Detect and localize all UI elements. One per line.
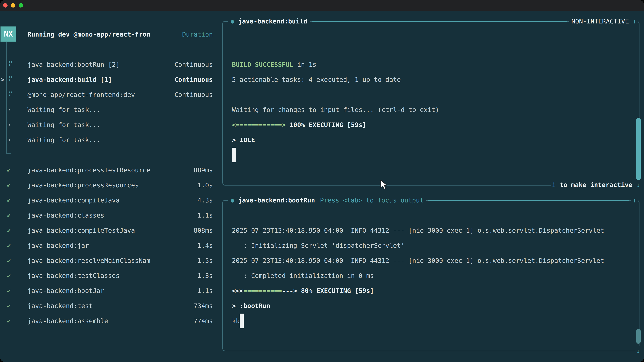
terminal-text: 2025-07-23T13:40:18.950-04:00 INFO 44312… — [232, 257, 604, 264]
terminal-line: Waiting for changes to input files... (c… — [232, 102, 632, 117]
completed-task-row[interactable]: ✔java-backend:compileTestJava808ms — [0, 223, 223, 238]
build-panel-header: ●java-backend:build NON-INTERACTIVE ↑ — [228, 16, 638, 26]
task-duration: 1.1s — [198, 208, 213, 223]
terminal-line: kk — [232, 313, 632, 329]
interactive-hint-key[interactable]: i — [552, 181, 556, 189]
terminal-text: <<< — [232, 287, 244, 295]
task-name: java-backend:compileJava — [28, 193, 120, 208]
task-name: Waiting for task... — [28, 117, 100, 132]
task-duration: 1.5s — [198, 253, 213, 268]
focus-output-hint: Press <tab> to focus output — [320, 197, 424, 204]
scrollbar-thumb[interactable] — [636, 118, 641, 180]
text-cursor — [240, 314, 244, 328]
panel-title-rule — [312, 21, 567, 22]
task-pending-icon — [9, 124, 10, 125]
close-button[interactable] — [3, 3, 8, 7]
terminal-line: : Completed initialization in 0 ms — [232, 268, 632, 283]
task-success-icon: ✔ — [7, 268, 11, 283]
task-success-icon: ✔ — [7, 283, 11, 298]
scrollbar-track[interactable] — [639, 209, 640, 343]
text-cursor — [232, 148, 236, 162]
terminal-line — [232, 147, 632, 163]
completed-task-row[interactable]: ✔java-backend:testClasses1.3s — [0, 268, 223, 283]
task-success-icon: ✔ — [7, 253, 11, 268]
running-task-row[interactable]: java-backend:bootRun [2]Continuous — [0, 57, 223, 72]
terminal-text: ---> 80% EXECUTING [59s] — [282, 287, 374, 295]
terminal-text: ========== — [244, 287, 282, 295]
task-name: java-backend:processTestResource — [28, 163, 150, 178]
panel-title-rule — [428, 200, 629, 201]
terminal-window: NX Running dev @mono-app/react-fron Dura… — [0, 0, 644, 362]
terminal-line: 2025-07-23T13:40:18.950-04:00 INFO 44312… — [232, 223, 632, 238]
pagination: ← 1/2 → — [8, 359, 34, 362]
build-terminal-output: BUILD SUCCESSFUL in 1s5 actionable tasks… — [232, 57, 632, 163]
task-success-icon: ✔ — [7, 223, 11, 238]
task-success-icon: ✔ — [7, 163, 11, 178]
task-bullet-icon: ● — [231, 18, 234, 25]
terminal-text: 100% EXECUTING [59s] — [286, 121, 366, 129]
sidebar-title: Running dev @mono-app/react-fron — [28, 27, 150, 42]
task-name: java-backend:resolveMainClassNam — [28, 253, 150, 268]
task-success-icon: ✔ — [7, 193, 11, 208]
completed-task-row[interactable]: ✔java-backend:processTestResource889ms — [0, 163, 223, 178]
task-sidebar: NX Running dev @mono-app/react-fron Dura… — [0, 11, 223, 362]
running-task-row[interactable]: Waiting for task... — [0, 117, 223, 132]
task-duration: 774ms — [194, 313, 213, 329]
bootrun-output-panel[interactable]: ●java-backend:bootRunPress <tab> to focu… — [222, 200, 640, 351]
completed-task-row[interactable]: ✔java-backend:classes1.1s — [0, 208, 223, 223]
task-success-icon: ✔ — [7, 178, 11, 193]
terminal-line: BUILD SUCCESSFUL in 1s — [232, 57, 632, 72]
task-spinner-icon — [9, 61, 10, 63]
completed-task-row[interactable]: ✔java-backend:bootJar1.1s — [0, 283, 223, 298]
terminal-text: Waiting for changes to input files... (c… — [232, 106, 439, 113]
terminal-text: : Completed initialization in 0 ms — [232, 272, 374, 279]
task-name: java-backend:classes — [28, 208, 104, 223]
build-output-panel[interactable]: ●java-backend:build NON-INTERACTIVE ↑ BU… — [222, 21, 640, 186]
terminal-line — [232, 87, 632, 102]
completed-task-row[interactable]: ✔java-backend:compileJava4.3s — [0, 193, 223, 208]
maximize-button[interactable] — [18, 3, 23, 7]
task-name: java-backend:bootRun [2] — [28, 57, 120, 72]
terminal-line: > IDLE — [232, 132, 632, 147]
non-interactive-badge: NON-INTERACTIVE — [569, 17, 631, 25]
task-group-connector-elbow — [6, 153, 10, 154]
task-name: java-backend:processResources — [28, 178, 139, 193]
running-task-row[interactable]: Waiting for task... — [0, 132, 223, 147]
completed-task-row[interactable]: ✔java-backend:jar1.4s — [0, 238, 223, 253]
terminal-text: in 1s — [293, 61, 316, 68]
task-name: @mono-app/react-frontend:dev — [28, 87, 135, 102]
nx-logo: NX — [0, 26, 16, 41]
task-status: Continuous — [174, 57, 213, 72]
completed-task-row[interactable]: ✔java-backend:assemble774ms — [0, 313, 223, 329]
task-bullet-icon: ● — [231, 197, 234, 204]
selected-task-marker: > — [1, 72, 4, 87]
task-name: java-backend:jar — [28, 238, 89, 253]
terminal-line: > :bootRun — [232, 298, 632, 313]
task-status: Continuous — [174, 87, 213, 102]
duration-column-header: Duration — [182, 27, 213, 42]
scroll-up-icon[interactable]: ↑ — [631, 197, 638, 204]
scroll-down-icon[interactable]: ↓ — [636, 181, 640, 189]
running-task-row[interactable]: @mono-app/react-frontend:devContinuous — [0, 87, 223, 102]
running-task-row[interactable]: >java-backend:build [1]Continuous — [0, 72, 223, 87]
minimize-button[interactable] — [11, 3, 15, 7]
running-task-list: java-backend:bootRun [2]Continuous>java-… — [0, 57, 223, 147]
completed-task-row[interactable]: ✔java-backend:test734ms — [0, 298, 223, 313]
completed-task-row[interactable]: ✔java-backend:processResources1.0s — [0, 178, 223, 193]
completed-task-list: ✔java-backend:processTestResource889ms✔j… — [0, 163, 223, 329]
scrollbar-thumb[interactable] — [636, 329, 641, 344]
task-duration: 1.3s — [198, 268, 213, 283]
task-success-icon: ✔ — [7, 313, 11, 329]
task-name: Waiting for task... — [28, 102, 100, 117]
running-task-row[interactable]: Waiting for task... — [0, 102, 223, 117]
interactive-hint-text: to make interactive — [556, 181, 636, 189]
task-name: java-backend:assemble — [28, 313, 108, 329]
completed-task-row[interactable]: ✔java-backend:resolveMainClassNam1.5s — [0, 253, 223, 268]
bootrun-panel-header: ●java-backend:bootRunPress <tab> to focu… — [228, 195, 638, 205]
interactive-hint: i to make interactive ↓ — [550, 180, 642, 190]
scroll-down-icon[interactable]: ↓ — [635, 346, 642, 356]
scroll-up-icon[interactable]: ↑ — [631, 17, 638, 25]
mouse-cursor — [380, 180, 388, 190]
window-titlebar[interactable] — [0, 0, 644, 11]
task-success-icon: ✔ — [7, 208, 11, 223]
